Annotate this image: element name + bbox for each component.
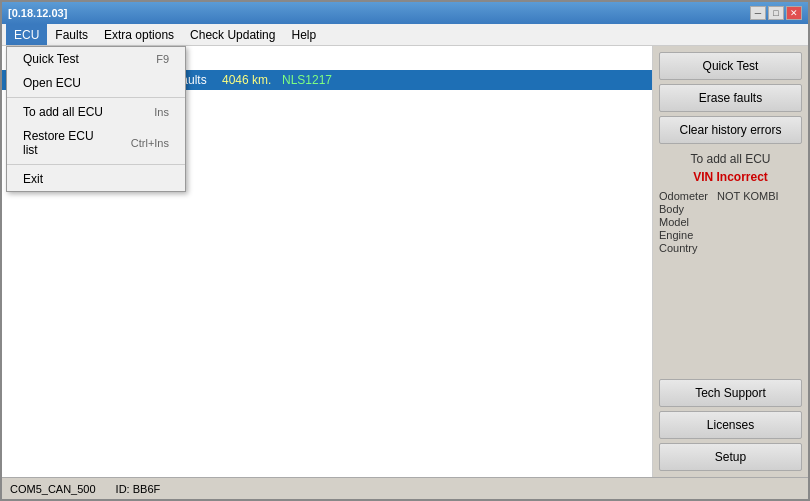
ecu-vin: NLS1217	[282, 73, 332, 87]
dropdown-separator-1	[7, 97, 185, 98]
info-section: To add all ECU VIN Incorrect Odometer NO…	[659, 148, 802, 375]
quick-test-button[interactable]: Quick Test	[659, 52, 802, 80]
status-com: COM5_CAN_500	[10, 483, 96, 495]
status-bar: COM5_CAN_500 ID: BB6F	[2, 477, 808, 499]
title-bar-buttons: ─ □ ✕	[750, 6, 802, 20]
status-id: ID: BB6F	[116, 483, 161, 495]
window-title: [0.18.12.03]	[8, 7, 67, 19]
close-button[interactable]: ✕	[786, 6, 802, 20]
menu-bar: ECU Quick Test F9 Open ECU To add all EC…	[2, 24, 808, 46]
dropdown-add-all-ecu[interactable]: To add all ECU Ins	[7, 100, 185, 124]
maximize-button[interactable]: □	[768, 6, 784, 20]
menu-item-ecu[interactable]: ECU Quick Test F9 Open ECU To add all EC…	[6, 24, 47, 45]
clear-history-button[interactable]: Clear history errors	[659, 116, 802, 144]
menu-item-help[interactable]: Help	[283, 24, 324, 45]
dropdown-separator-2	[7, 164, 185, 165]
dropdown-open-ecu[interactable]: Open ECU	[7, 71, 185, 95]
erase-faults-button[interactable]: Erase faults	[659, 84, 802, 112]
vin-status: VIN Incorrect	[659, 170, 802, 184]
tech-support-button[interactable]: Tech Support	[659, 379, 802, 407]
main-window: [0.18.12.03] ─ □ ✕ ECU Quick Test F9 Ope…	[0, 0, 810, 501]
licenses-button[interactable]: Licenses	[659, 411, 802, 439]
right-panel: Quick Test Erase faults Clear history er…	[653, 46, 808, 477]
minimize-button[interactable]: ─	[750, 6, 766, 20]
odometer-row: Odometer NOT KOMBI	[659, 190, 802, 202]
country-row: Country	[659, 242, 802, 254]
add-all-label: To add all ECU	[659, 152, 802, 166]
menu-item-extra-options[interactable]: Extra options	[96, 24, 182, 45]
ecu-odo: 4046 km.	[222, 73, 282, 87]
menu-item-faults[interactable]: Faults	[47, 24, 96, 45]
dropdown-restore-ecu[interactable]: Restore ECU list Ctrl+Ins	[7, 124, 185, 162]
ecu-dropdown: Quick Test F9 Open ECU To add all ECU In…	[6, 46, 186, 192]
setup-button[interactable]: Setup	[659, 443, 802, 471]
bottom-buttons: Tech Support Licenses Setup	[659, 379, 802, 471]
title-bar: [0.18.12.03] ─ □ ✕	[2, 2, 808, 24]
model-row: Model	[659, 216, 802, 228]
dropdown-quick-test[interactable]: Quick Test F9	[7, 47, 185, 71]
body-row: Body	[659, 203, 802, 215]
dropdown-exit[interactable]: Exit	[7, 167, 185, 191]
menu-item-check-updating[interactable]: Check Updating	[182, 24, 283, 45]
engine-row: Engine	[659, 229, 802, 241]
